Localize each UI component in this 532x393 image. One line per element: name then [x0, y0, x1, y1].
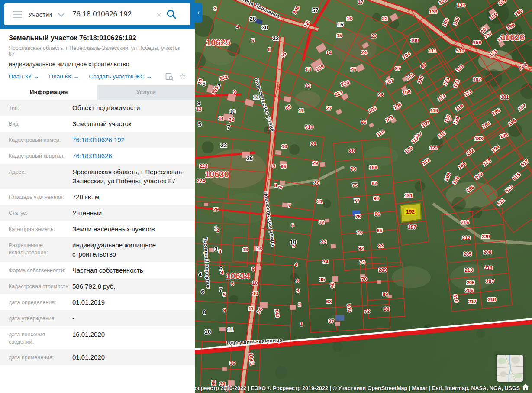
map-viewport[interactable]: 3346283057432563512131235210573539118121… — [195, 0, 532, 393]
svg-text:75: 75 — [352, 182, 358, 188]
map-attribution: ПКК © Росреестр 2010-2022 | ЕЭКО © Росре… — [195, 385, 520, 391]
search-input[interactable] — [71, 10, 155, 19]
plan-link-1[interactable]: План КК → — [49, 73, 79, 80]
svg-text:92: 92 — [358, 246, 364, 251]
svg-text:29: 29 — [313, 161, 318, 166]
info-row-value: 586 792,8 руб. — [70, 282, 189, 291]
svg-text:35: 35 — [230, 361, 235, 366]
hamburger-menu-icon[interactable] — [13, 9, 22, 20]
svg-text:4: 4 — [221, 270, 224, 275]
svg-text:74: 74 — [360, 260, 365, 265]
info-row-label: Форма собственности: — [9, 266, 70, 274]
tab-information[interactable]: Информация — [0, 85, 97, 100]
svg-text:7: 7 — [227, 124, 230, 130]
svg-text:86: 86 — [375, 211, 380, 217]
svg-text:223: 223 — [199, 163, 207, 169]
svg-text:110: 110 — [376, 129, 385, 137]
svg-text:3: 3 — [219, 249, 221, 254]
home-icon[interactable] — [522, 384, 529, 390]
plan-link-0[interactable]: План ЗУ → — [9, 73, 39, 80]
object-title: Земельный участок 76:18:010626:192 — [9, 34, 186, 42]
svg-text:218: 218 — [487, 297, 496, 302]
svg-text:517: 517 — [520, 158, 529, 168]
svg-text:212: 212 — [462, 235, 470, 240]
svg-text:510: 510 — [346, 304, 352, 313]
info-row-value: 720 кв. м — [70, 192, 189, 201]
tab-bar: Информация Услуги — [0, 85, 195, 100]
svg-text:37: 37 — [329, 318, 334, 324]
sidebar-panel: Участки × Земельный участок 76:18:010626… — [0, 0, 195, 393]
search-header: Участки × — [0, 0, 195, 29]
svg-text:11: 11 — [227, 326, 233, 333]
svg-text:140: 140 — [274, 309, 280, 318]
svg-text:34: 34 — [323, 259, 329, 264]
svg-text:510: 510 — [305, 124, 313, 130]
info-row-label: Разрешенное использование: — [9, 240, 70, 257]
svg-text:178: 178 — [482, 158, 492, 167]
svg-text:105: 105 — [368, 105, 377, 114]
overview-minimap[interactable] — [497, 355, 523, 382]
header-icons: ☆ — [165, 72, 186, 81]
svg-text:181: 181 — [500, 94, 509, 100]
plan-link-2[interactable]: Создать участок ЖС → — [89, 73, 152, 80]
info-row-label: дата определения: — [9, 298, 70, 306]
info-row: Тип:Объект недвижимости — [0, 100, 195, 116]
search-icon[interactable] — [166, 9, 177, 20]
svg-text:2: 2 — [216, 227, 219, 233]
svg-text:15: 15 — [337, 33, 342, 38]
info-row-value: - — [70, 314, 189, 323]
star-icon[interactable]: ☆ — [179, 72, 186, 81]
svg-text:189: 189 — [457, 161, 467, 170]
svg-text:95: 95 — [281, 164, 287, 169]
svg-text:183: 183 — [474, 136, 483, 141]
map-canvas[interactable]: 3346283057432563512131235210573539118121… — [195, 0, 532, 393]
clear-icon[interactable]: × — [156, 10, 161, 19]
document-search-icon[interactable] — [165, 73, 174, 81]
info-row-value-link[interactable]: 76:18:010626:192 — [70, 135, 189, 144]
svg-text:29: 29 — [213, 207, 219, 212]
svg-text:10: 10 — [229, 108, 235, 115]
search-box: Участки × — [4, 3, 190, 25]
svg-text:98: 98 — [378, 92, 384, 97]
tab-services[interactable]: Услуги — [97, 85, 195, 100]
svg-text:2: 2 — [298, 302, 301, 307]
info-row: дата утверждения:- — [0, 310, 195, 326]
search-category-select[interactable]: Участки — [28, 11, 52, 18]
svg-text:10: 10 — [253, 291, 258, 296]
svg-text:207: 207 — [486, 279, 494, 284]
svg-text:22: 22 — [382, 16, 388, 21]
svg-text:10626: 10626 — [500, 32, 525, 42]
svg-text:17: 17 — [358, 0, 364, 5]
svg-text:102: 102 — [473, 77, 481, 82]
svg-text:289: 289 — [378, 267, 387, 273]
svg-text:9: 9 — [223, 308, 226, 313]
svg-text:32: 32 — [319, 220, 325, 225]
svg-text:5: 5 — [231, 281, 234, 286]
collapse-panel-button[interactable]: ‹ — [195, 3, 202, 23]
svg-text:3: 3 — [297, 288, 299, 293]
svg-text:352: 352 — [219, 75, 228, 82]
info-row: Площадь уточненная:720 кв. м — [0, 189, 195, 205]
svg-text:8: 8 — [203, 309, 206, 315]
svg-text:346: 346 — [292, 5, 300, 15]
svg-text:63: 63 — [326, 299, 332, 304]
svg-text:79: 79 — [351, 166, 356, 172]
svg-text:5: 5 — [251, 38, 255, 43]
svg-text:193: 193 — [451, 175, 461, 185]
svg-text:69: 69 — [284, 104, 292, 111]
chevron-down-icon[interactable] — [58, 10, 65, 17]
svg-text:198: 198 — [499, 132, 509, 140]
svg-text:13: 13 — [306, 67, 311, 72]
info-row-label: Категория земель: — [9, 224, 70, 233]
info-row-label: дата внесения сведений: — [9, 330, 70, 346]
info-row-value-link[interactable]: 76:18:010626 — [70, 151, 189, 160]
svg-text:6: 6 — [201, 289, 204, 295]
info-row: дата внесения сведений:16.01.2020 — [0, 326, 195, 349]
svg-text:26: 26 — [247, 155, 253, 162]
svg-text:139: 139 — [429, 9, 437, 14]
svg-text:88: 88 — [384, 306, 390, 312]
svg-text:208: 208 — [483, 250, 492, 255]
info-row-label: Площадь уточненная: — [9, 192, 70, 201]
svg-text:96: 96 — [329, 282, 335, 289]
object-address-subtitle: Ярославская область, г Переславль-Залесс… — [9, 45, 186, 57]
